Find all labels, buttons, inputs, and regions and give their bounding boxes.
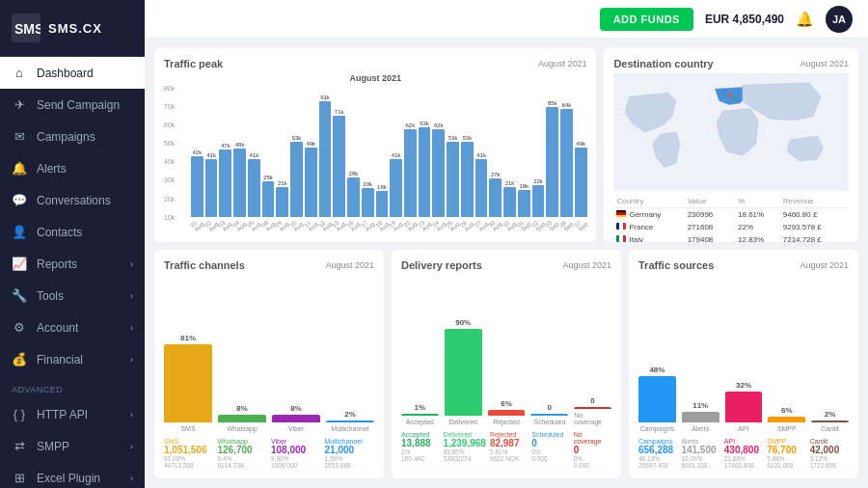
chevron-icon: › xyxy=(130,291,133,301)
bar xyxy=(290,142,303,217)
bar-label: No coverage xyxy=(574,412,611,425)
nav: ⌂ Dashboard ✈ Send Campaign ✉ Campaigns … xyxy=(0,57,145,488)
destination-country-card: Destination country August 2021 xyxy=(604,48,858,242)
bar xyxy=(560,109,573,217)
bar-date: 03Sep xyxy=(545,217,560,232)
table-row: Italy 179408 12.83% 7214.728 £ xyxy=(613,233,849,242)
excel-plugin-icon: ⊞ xyxy=(12,471,27,485)
bar xyxy=(574,407,611,409)
stat-value: 1,239,968 xyxy=(443,438,486,448)
bar-value: 49k xyxy=(306,141,315,147)
chevron-icon: › xyxy=(130,474,133,483)
sidebar-item-contacts[interactable]: 👤 Contacts xyxy=(0,216,145,248)
stat-name: Cardit xyxy=(810,438,849,445)
sidebar-item-account[interactable]: ⚙ Account › xyxy=(0,312,145,343)
bar-date: 09Aug xyxy=(275,217,290,232)
y-axis-label: 60k xyxy=(164,122,187,128)
bar xyxy=(219,149,231,217)
bar-pct: 11% xyxy=(692,401,708,410)
traffic-bar-group: 22k 02Sep xyxy=(532,178,545,230)
bar-date: 13Aug xyxy=(332,217,347,232)
sidebar-item-campaigns[interactable]: ✉ Campaigns xyxy=(0,121,145,152)
stat-name: Rejected xyxy=(490,431,528,438)
conversations-icon: 💬 xyxy=(12,193,27,207)
col-value: Value xyxy=(685,195,735,208)
bar xyxy=(503,187,516,217)
bar xyxy=(489,178,502,217)
bar-pct: 1% xyxy=(415,403,426,412)
campaigns-icon: ✉ xyxy=(12,129,27,144)
country-name: France xyxy=(613,221,684,233)
sidebar-item-financial[interactable]: 💰 Financial › xyxy=(0,343,145,375)
traffic-bar-group: 49k 11Aug xyxy=(305,141,317,230)
sidebar-item-label: Tools xyxy=(37,289,64,303)
country-revenue: 7214.728 £ xyxy=(780,233,849,242)
channels-stats: SMS 1,051,506 91.00% 44713.508Whatsapp 1… xyxy=(164,438,374,469)
country-pct: 22% xyxy=(735,221,780,233)
bar-value: 53k xyxy=(448,135,458,141)
sources-header: Traffic sources August 2021 xyxy=(638,259,849,271)
alerts-icon: 🔔 xyxy=(12,161,27,176)
bar-value: 20k xyxy=(363,181,372,187)
bar xyxy=(319,101,332,217)
bar xyxy=(432,129,445,217)
traffic-bar-group: 63k 23Aug xyxy=(419,121,431,230)
bar-group: 32% API xyxy=(725,381,763,432)
bar-pct: 8% xyxy=(236,404,248,413)
add-funds-button[interactable]: ADD FUNDS xyxy=(600,8,693,31)
stat-column: Accepted 13,888 1% 160.4AC xyxy=(401,431,439,469)
y-axis-label: 80k xyxy=(164,85,187,92)
traffic-bar-group: 62k 24Aug xyxy=(432,122,445,230)
financial-icon: 💰 xyxy=(12,352,27,366)
sidebar-item-dashboard[interactable]: ⌂ Dashboard xyxy=(0,57,145,89)
stat-column: Campaigns 656,288 48.13% 26697.403 xyxy=(638,438,677,469)
bar xyxy=(164,344,212,422)
sidebar: SMS SMS.CX ⌂ Dashboard ✈ Send Campaign ✉… xyxy=(0,0,145,488)
stat-value: 0 xyxy=(574,445,611,455)
bar xyxy=(530,414,568,416)
channels-header: Traffic channels August 2021 xyxy=(164,259,374,271)
account-icon: ⚙ xyxy=(12,320,27,335)
bar-group: 6% SMPP xyxy=(768,406,805,432)
stat-sub1: 1.56% xyxy=(325,455,375,462)
traffic-bar-group: 28k 16Aug xyxy=(347,171,360,230)
bar-label: Viber xyxy=(288,425,304,432)
bar-pct: 2% xyxy=(825,410,836,419)
bar-date: 16Aug xyxy=(345,217,361,232)
traffic-bar-group: 41k 02Aug xyxy=(205,152,218,230)
sidebar-item-tools[interactable]: 🔧 Tools › xyxy=(0,280,145,312)
bar-value: 47k xyxy=(221,143,231,149)
sidebar-item-label: Reports xyxy=(37,258,77,271)
sidebar-item-send-campaign[interactable]: ✈ Send Campaign xyxy=(0,89,145,121)
bar-group: 0 Scheduled xyxy=(530,403,568,425)
stat-sub1: 5.91% xyxy=(490,448,528,455)
destination-table: Country Value % Revenue Germany 230996 1… xyxy=(613,195,849,242)
bar-date: 20Aug xyxy=(402,217,418,232)
stat-name: Scheduled xyxy=(531,431,569,438)
bar-value: 53k xyxy=(462,135,472,141)
sidebar-item-reports[interactable]: 📈 Reports › xyxy=(0,248,145,280)
sidebar-item-http-api[interactable]: { } HTTP API › xyxy=(0,398,145,430)
bar xyxy=(362,188,374,217)
bar xyxy=(419,127,431,216)
traffic-bar-group: 20k 17Aug xyxy=(362,181,374,230)
bar-group: 0 No coverage xyxy=(574,396,611,425)
traffic-channels-card: Traffic channels August 2021 81% SMS8% W… xyxy=(154,250,384,478)
destination-header: Destination country August 2021 xyxy=(613,58,849,69)
traffic-bar-group: 47k 03Aug xyxy=(219,143,231,230)
sidebar-item-smpp[interactable]: ⇄ SMPP › xyxy=(0,430,145,462)
bar xyxy=(218,415,266,422)
sidebar-item-label: Contacts xyxy=(37,226,82,239)
bell-icon[interactable]: 🔔 xyxy=(796,11,814,28)
sidebar-item-alerts[interactable]: 🔔 Alerts xyxy=(0,152,145,184)
stat-name: SMPP xyxy=(767,438,805,445)
bar-value: 21k xyxy=(278,180,287,186)
bar-value: 62k xyxy=(406,122,416,128)
table-row: Germany 230996 18.61% 9460.80 £ xyxy=(613,207,849,221)
sidebar-item-conversations[interactable]: 💬 Conversations xyxy=(0,184,145,216)
sidebar-item-label: Financial xyxy=(37,353,83,366)
avatar[interactable]: JA xyxy=(826,6,853,33)
sidebar-item-excel-plugin[interactable]: ⊞ Excel Plugin › xyxy=(0,462,145,488)
bar-value: 27k xyxy=(491,172,501,177)
stat-value: 1,051,506 xyxy=(164,445,214,455)
